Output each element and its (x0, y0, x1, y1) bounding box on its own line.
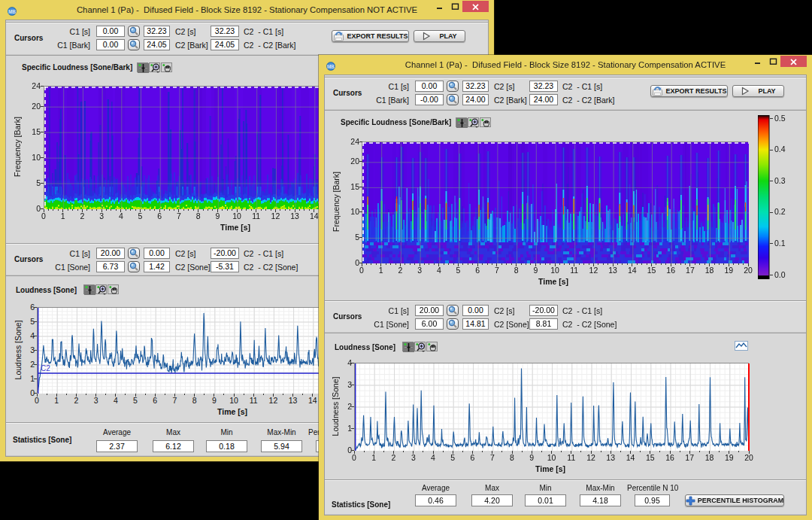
svg-text:C2: C2 (41, 364, 50, 373)
